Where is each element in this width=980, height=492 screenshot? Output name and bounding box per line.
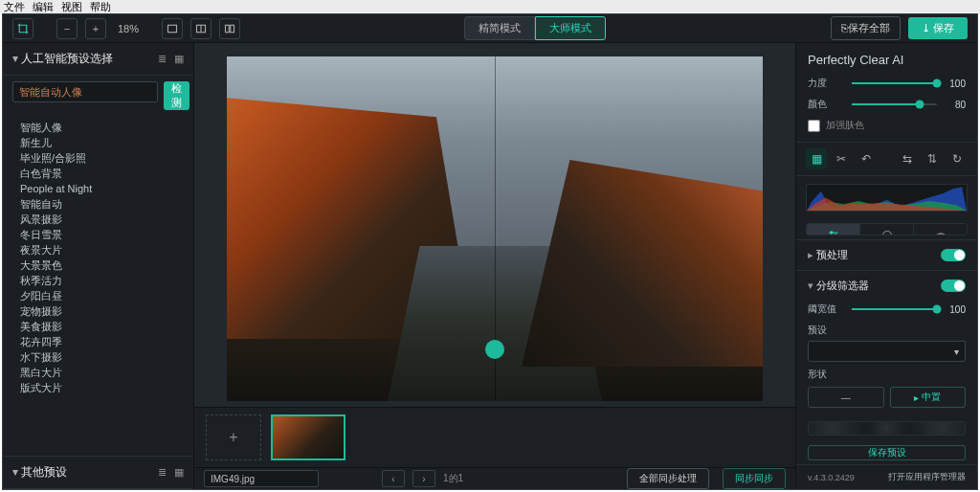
undo-icon[interactable]: ↶ — [856, 148, 877, 169]
list-item[interactable]: 秋季活力 — [20, 273, 193, 288]
list-item[interactable]: 毕业照/合影照 — [20, 150, 193, 166]
section-preprocess[interactable]: 预处理 — [796, 239, 977, 270]
hue-slider[interactable] — [852, 103, 937, 105]
list-item[interactable]: 美食摄影 — [20, 319, 193, 334]
grid-icon[interactable]: ▦ — [806, 148, 827, 169]
hue-label: 颜色 — [808, 98, 846, 111]
chevron-down-icon: ▾ — [954, 347, 959, 357]
compare-handle[interactable] — [485, 340, 504, 359]
strength-slider[interactable] — [852, 82, 937, 84]
menu-view[interactable]: 视图 — [61, 0, 82, 13]
add-image-button[interactable]: + — [206, 414, 261, 460]
sync-button[interactable]: 同步同步 — [723, 468, 786, 489]
grid-view-icon[interactable]: ▦ — [174, 53, 184, 65]
svg-point-9 — [835, 235, 836, 235]
list-item[interactable]: 夕阳白昼 — [20, 288, 193, 303]
menu-help[interactable]: 帮助 — [90, 0, 111, 13]
batch-process-button[interactable]: 全部同步处理 — [627, 468, 709, 489]
list-item[interactable]: 宠物摄影 — [20, 303, 193, 319]
list-item[interactable]: 黑白大片 — [20, 365, 193, 380]
save-button[interactable]: ⤓ 保存 — [908, 17, 968, 39]
filmstrip: + — [194, 407, 795, 467]
other-preset-header[interactable]: 其他预设 ≣ ▦ — [3, 456, 193, 489]
filename-field[interactable]: IMG49.jpg — [204, 470, 319, 487]
threshold-label: 阈宽值 — [808, 302, 846, 316]
preset-dropdown[interactable]: ▾ — [808, 341, 966, 362]
crop-icon[interactable] — [12, 18, 33, 39]
zoom-out-button[interactable]: − — [56, 18, 78, 39]
preset-select[interactable] — [12, 81, 158, 102]
right-panel: Perfectly Clear AI 力度 100 颜色 80 加强肤色 ▦ — [795, 43, 977, 489]
open-manager-link[interactable]: 打开应用程序管理器 — [888, 471, 966, 483]
svg-rect-4 — [231, 25, 234, 33]
classifier-toggle[interactable] — [941, 280, 966, 292]
skin-checkbox[interactable] — [808, 120, 820, 132]
left-panel: 人工智能预设选择 ≣ ▦ 检测 智能人像 新生儿 毕业照/合影照 白色背景 Pe… — [3, 43, 194, 489]
zoom-in-button[interactable]: + — [85, 18, 106, 39]
mode-simple-button[interactable]: 精简模式 — [464, 16, 535, 40]
mode-master-button[interactable]: 大师模式 — [535, 16, 606, 40]
preview-image[interactable] — [227, 56, 763, 401]
preset-list: 智能人像 新生儿 毕业照/合影照 白色背景 People at Night 智能… — [3, 116, 193, 456]
reset-icon[interactable]: ↻ — [947, 148, 968, 169]
ai-preset-header[interactable]: 人工智能预设选择 ≣ ▦ — [3, 43, 193, 76]
list-view-icon[interactable]: ≣ — [158, 53, 167, 65]
mode-switch: 精简模式 大师模式 — [464, 16, 606, 40]
list-item[interactable]: 智能自动 — [20, 196, 193, 212]
layout-single-icon[interactable] — [162, 18, 183, 39]
viewer: + IMG49.jpg ‹ › 1的1 全部同步处理 同步同步 — [194, 43, 795, 489]
prev-button[interactable]: ‹ — [382, 470, 405, 487]
detect-button[interactable]: 检测 — [164, 81, 189, 110]
save-preset-button[interactable]: 保存预设 — [808, 445, 966, 460]
compare-v-icon[interactable]: ⇅ — [922, 148, 943, 169]
thumbnail[interactable] — [271, 414, 345, 460]
effect-preview-strip[interactable] — [808, 421, 966, 436]
tool-row: ▦ ✂ ↶ ⇆ ⇅ ↻ — [796, 142, 977, 176]
version-label: v.4.3.0.2429 — [808, 473, 855, 482]
skin-label: 加强肤色 — [826, 119, 864, 132]
svg-point-8 — [830, 232, 832, 234]
tab-eye[interactable] — [914, 224, 967, 235]
list-item[interactable]: 夜景大片 — [20, 242, 193, 257]
tab-face[interactable] — [860, 224, 914, 235]
strength-label: 力度 — [808, 77, 846, 90]
list-item[interactable]: 水下摄影 — [20, 349, 193, 365]
threshold-slider[interactable] — [852, 308, 937, 310]
compare-h-icon[interactable]: ⇆ — [897, 148, 918, 169]
preprocess-toggle[interactable] — [941, 249, 966, 261]
save-all-button[interactable]: ⎘保存全部 — [831, 16, 901, 40]
list-item[interactable]: 版式大片 — [20, 380, 193, 395]
adjust-tabs — [806, 223, 968, 235]
brand-title: Perfectly Clear AI — [808, 53, 966, 67]
zoom-level: 18% — [118, 23, 139, 34]
list-view-icon[interactable]: ≣ — [158, 466, 167, 479]
layout-compare-icon[interactable] — [219, 18, 240, 39]
next-button[interactable]: › — [412, 470, 435, 487]
list-item[interactable]: 花卉四季 — [20, 334, 193, 349]
list-item[interactable]: 新生儿 — [20, 135, 193, 150]
list-item[interactable]: 大景景色 — [20, 257, 193, 273]
list-item[interactable]: 风景摄影 — [20, 212, 193, 227]
svg-point-11 — [882, 231, 891, 235]
hue-value: 80 — [943, 100, 966, 110]
list-item[interactable]: People at Night — [20, 181, 193, 196]
grid-view-icon[interactable]: ▦ — [174, 466, 184, 479]
list-item[interactable]: 白色背景 — [20, 166, 193, 181]
section-classifier[interactable]: 分级筛选器 — [796, 270, 977, 301]
layout-split-icon[interactable] — [190, 18, 212, 39]
counter: 1的1 — [443, 472, 463, 485]
tab-sliders[interactable] — [807, 224, 860, 235]
ai-preset-title: 人工智能预设选择 — [12, 51, 113, 67]
center-button[interactable]: ▸ 中置 — [890, 387, 967, 408]
menu-file[interactable]: 文件 — [4, 0, 25, 13]
shape-option-a-button[interactable]: — — [808, 387, 884, 408]
svg-point-12 — [939, 234, 942, 235]
menu-edit[interactable]: 编辑 — [33, 0, 54, 13]
list-item[interactable]: 智能人像 — [20, 120, 193, 135]
top-toolbar: − + 18% 精简模式 大师模式 ⎘保存全部 ⤓ 保存 — [3, 14, 977, 43]
list-item[interactable]: 冬日雪景 — [20, 227, 193, 242]
histogram — [806, 184, 968, 212]
threshold-value: 100 — [943, 304, 966, 315]
crop-tool-icon[interactable]: ✂ — [831, 148, 852, 169]
svg-rect-0 — [168, 25, 177, 33]
